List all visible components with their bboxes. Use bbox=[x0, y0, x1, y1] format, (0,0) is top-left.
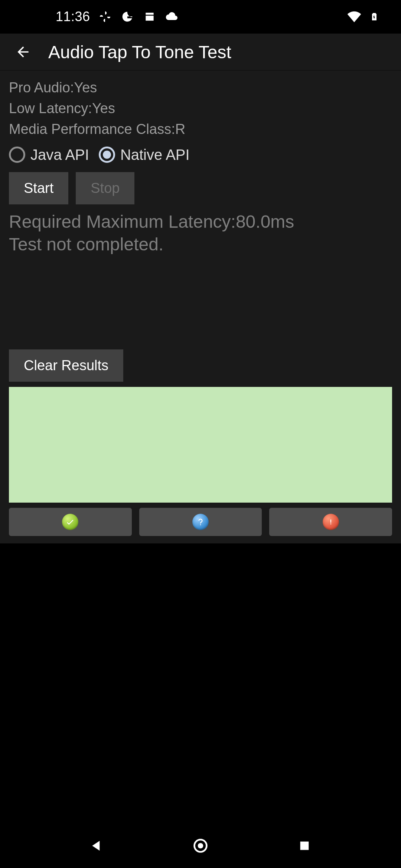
start-button[interactable]: Start bbox=[9, 172, 68, 204]
alert-icon bbox=[323, 514, 339, 530]
media-perf-line: Media Performance Class:R bbox=[9, 119, 392, 139]
nav-back-button[interactable] bbox=[84, 833, 110, 859]
clear-row: Clear Results bbox=[9, 349, 392, 382]
back-button[interactable] bbox=[13, 42, 33, 62]
status-text: Required Maximum Latency:80.0ms Test not… bbox=[9, 211, 392, 255]
fail-button[interactable] bbox=[269, 508, 392, 536]
radio-java-api[interactable]: Java API bbox=[9, 147, 89, 163]
tap-panel[interactable] bbox=[9, 387, 392, 503]
pinwheel-icon bbox=[98, 9, 113, 24]
battery-charging-icon bbox=[367, 9, 382, 24]
arrow-back-icon bbox=[15, 44, 31, 60]
page-title: Audio Tap To Tone Test bbox=[48, 42, 231, 62]
status-time: 11:36 bbox=[56, 9, 90, 24]
pro-audio-line: Pro Audio:Yes bbox=[9, 77, 392, 98]
radio-label-native: Native API bbox=[120, 147, 190, 163]
g-icon bbox=[120, 9, 135, 24]
check-icon bbox=[62, 514, 78, 530]
status-left: 11:36 bbox=[56, 9, 179, 24]
pass-button[interactable] bbox=[9, 508, 132, 536]
wifi-icon bbox=[347, 9, 362, 24]
status-right bbox=[347, 9, 382, 24]
svg-point-1 bbox=[198, 843, 203, 849]
stop-button: Stop bbox=[76, 172, 134, 204]
app-bar: Audio Tap To Tone Test bbox=[0, 33, 401, 70]
result-button-row bbox=[9, 508, 392, 536]
content-area: Pro Audio:Yes Low Latency:Yes Media Perf… bbox=[0, 70, 401, 543]
status-bar: 11:36 bbox=[0, 0, 401, 33]
svg-rect-2 bbox=[300, 842, 309, 850]
triangle-back-icon bbox=[89, 838, 104, 853]
radio-label-java: Java API bbox=[30, 147, 89, 163]
calendar-icon bbox=[142, 9, 157, 24]
info-button[interactable] bbox=[139, 508, 262, 536]
api-radio-group: Java API Native API bbox=[9, 147, 392, 163]
circle-home-icon bbox=[192, 838, 209, 854]
nav-recent-button[interactable] bbox=[291, 833, 317, 859]
nav-home-button[interactable] bbox=[188, 833, 213, 859]
low-latency-line: Low Latency:Yes bbox=[9, 98, 392, 119]
square-recent-icon bbox=[298, 839, 311, 852]
radio-icon-selected bbox=[99, 147, 115, 163]
clear-results-button[interactable]: Clear Results bbox=[9, 349, 123, 382]
system-nav-bar bbox=[0, 823, 401, 868]
radio-native-api[interactable]: Native API bbox=[99, 147, 190, 163]
spacer bbox=[9, 260, 392, 349]
status-line-1: Required Maximum Latency:80.0ms bbox=[9, 211, 392, 233]
control-button-row: Start Stop bbox=[9, 172, 392, 204]
question-icon bbox=[192, 514, 209, 530]
status-line-2: Test not completed. bbox=[9, 234, 392, 255]
radio-icon bbox=[9, 147, 25, 163]
cloud-icon bbox=[164, 9, 179, 24]
